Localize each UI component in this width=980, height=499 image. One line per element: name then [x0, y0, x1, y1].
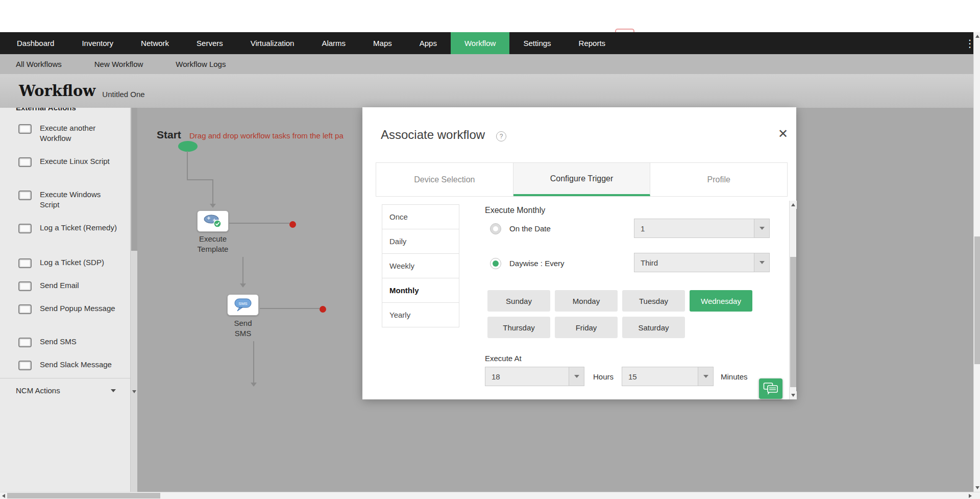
node-label-line: Send	[212, 318, 274, 328]
sidebar-item-label: Send Slack Message	[40, 360, 121, 370]
page-horizontal-scrollbar[interactable]	[0, 492, 980, 499]
modal-scrollbar-thumb[interactable]	[790, 257, 796, 387]
tab-profile[interactable]: Profile	[650, 163, 787, 196]
radio-daywise[interactable]	[490, 258, 501, 269]
nav-item-network[interactable]: Network	[127, 32, 183, 54]
sidebar-item-send-sms[interactable]: Send SMS	[18, 337, 121, 347]
sidebar-scroll-down-button[interactable]	[131, 388, 138, 396]
nav-item-alarms[interactable]: Alarms	[308, 32, 359, 54]
nav-item-dashboard[interactable]: Dashboard	[3, 32, 68, 54]
page-vertical-scrollbar[interactable]	[973, 32, 980, 492]
page-scroll-up-button[interactable]	[974, 32, 980, 40]
nav-item-settings[interactable]: Settings	[509, 32, 565, 54]
connection-endpoint-dot[interactable]	[289, 221, 296, 228]
modal-tabs: Device Selection Configure Trigger Profi…	[376, 162, 788, 197]
chat-button[interactable]	[759, 378, 782, 399]
page-subtitle: Untitled One	[102, 90, 144, 99]
dropdown-minutes[interactable]: 15	[622, 367, 714, 386]
triangle-down-icon	[975, 486, 979, 489]
connection-endpoint-dot[interactable]	[320, 306, 326, 313]
schedule-tab-once[interactable]: Once	[382, 204, 459, 229]
dropdown-hours[interactable]: 18	[485, 367, 584, 386]
chat-icon	[763, 382, 778, 395]
schedule-tab-yearly[interactable]: Yearly	[382, 302, 459, 327]
associate-workflow-modal: Associate workflow ? ✕ Device Selection …	[362, 107, 796, 399]
page-scroll-left-button[interactable]	[0, 492, 7, 499]
tab-device-selection[interactable]: Device Selection	[376, 163, 513, 196]
tab-configure-trigger[interactable]: Configure Trigger	[513, 163, 651, 196]
subnav-new-workflow[interactable]: New Workflow	[94, 60, 143, 68]
dropdown-daywise-position[interactable]: Third	[634, 253, 770, 272]
sidebar-item-label: Log a Ticket (Remedy)	[40, 223, 121, 233]
sms-icon: SMS	[234, 298, 252, 312]
sidebar-item-send-email[interactable]: Send Email	[18, 280, 121, 291]
node-execute-template[interactable]	[197, 210, 229, 232]
screen: Dashboard Inventory Network Servers Virt…	[0, 0, 980, 499]
page-scroll-right-button[interactable]	[967, 492, 973, 499]
triangle-up-icon	[791, 203, 795, 206]
day-button-saturday[interactable]: Saturday	[622, 317, 685, 338]
sidebar-item-log-ticket-sdp[interactable]: Log a Ticket (SDP)	[18, 257, 121, 268]
title-bar: Workflow Untitled One	[0, 74, 973, 108]
subnav-workflow-logs[interactable]: Workflow Logs	[176, 60, 226, 68]
nav-item-apps[interactable]: Apps	[406, 32, 451, 54]
nav-item-virtualization[interactable]: Virtualization	[237, 32, 308, 54]
nav-item-reports[interactable]: Reports	[565, 32, 620, 54]
dropdown-caret-icon[interactable]	[569, 367, 584, 386]
modal-scrollbar[interactable]	[789, 201, 796, 399]
connector-arrow-icon	[210, 204, 216, 208]
radio-on-the-date[interactable]	[490, 223, 501, 234]
sidebar-item-send-popup-message[interactable]: Send Popup Message	[18, 303, 121, 314]
action-box-icon	[18, 258, 32, 268]
dropdown-caret-icon[interactable]	[754, 253, 769, 272]
nav-item-servers[interactable]: Servers	[183, 32, 237, 54]
chevron-down-icon	[111, 389, 116, 392]
modal-scroll-down-button[interactable]	[790, 391, 797, 399]
page-horizontal-scrollbar-thumb[interactable]	[7, 493, 160, 498]
sidebar-section-ncm-actions[interactable]: NCM Actions	[0, 378, 130, 402]
triangle-right-icon	[969, 494, 972, 498]
close-icon[interactable]: ✕	[778, 128, 788, 140]
sidebar-item-label: Send Email	[40, 280, 121, 291]
nav-item-inventory[interactable]: Inventory	[68, 32, 127, 54]
sidebar-item-label: Send Popup Message	[40, 303, 121, 314]
dropdown-date[interactable]: 1	[634, 219, 770, 238]
subnav-all-workflows[interactable]: All Workflows	[16, 60, 62, 68]
triangle-down-icon	[791, 394, 795, 397]
page-vertical-scrollbar-thumb[interactable]	[974, 236, 980, 364]
sidebar-item-log-ticket-remedy[interactable]: Log a Ticket (Remedy)	[18, 223, 121, 233]
day-button-monday[interactable]: Monday	[555, 290, 618, 312]
sidebar-scrollbar[interactable]	[130, 108, 137, 492]
sidebar-section-header: External Actions	[16, 108, 76, 112]
action-box-icon	[18, 304, 32, 314]
action-box-icon	[18, 338, 32, 347]
page-scroll-down-button[interactable]	[974, 484, 980, 492]
nav-item-maps[interactable]: Maps	[359, 32, 406, 54]
sidebar-item-label: Execute another Workflow	[40, 123, 121, 144]
day-button-sunday[interactable]: Sunday	[487, 290, 550, 312]
radio-daywise-label: Daywise : Every	[509, 259, 565, 268]
node-send-sms[interactable]: SMS	[227, 294, 259, 316]
day-button-thursday[interactable]: Thursday	[487, 317, 550, 338]
sidebar-item-execute-windows-script[interactable]: Execute Windows Script	[18, 189, 121, 210]
day-button-tuesday[interactable]: Tuesday	[622, 290, 685, 312]
dropdown-caret-icon[interactable]	[754, 219, 769, 237]
schedule-tab-daily[interactable]: Daily	[382, 229, 459, 254]
modal-scroll-up-button[interactable]	[790, 201, 797, 209]
connector-arrow-icon	[251, 383, 257, 387]
dropdown-minutes-value: 15	[622, 367, 698, 386]
schedule-tab-monthly[interactable]: Monthly	[382, 278, 459, 303]
help-icon[interactable]: ?	[496, 131, 506, 141]
sidebar-scrollbar-thumb[interactable]	[131, 108, 137, 251]
sidebar-item-send-slack-message[interactable]: Send Slack Message	[18, 360, 121, 370]
nav-item-workflow[interactable]: Workflow	[451, 32, 509, 54]
dropdown-caret-icon[interactable]	[698, 367, 713, 386]
day-button-friday[interactable]: Friday	[555, 317, 618, 338]
start-node[interactable]	[178, 141, 198, 152]
minutes-label: Minutes	[721, 372, 748, 381]
sidebar-item-execute-another-workflow[interactable]: Execute another Workflow	[18, 123, 121, 144]
day-button-wednesday[interactable]: Wednesday	[690, 290, 752, 312]
sidebar-item-label: Send SMS	[40, 337, 121, 347]
schedule-tab-weekly[interactable]: Weekly	[382, 253, 459, 278]
sidebar-item-execute-linux-script[interactable]: Execute Linux Script	[18, 156, 121, 167]
